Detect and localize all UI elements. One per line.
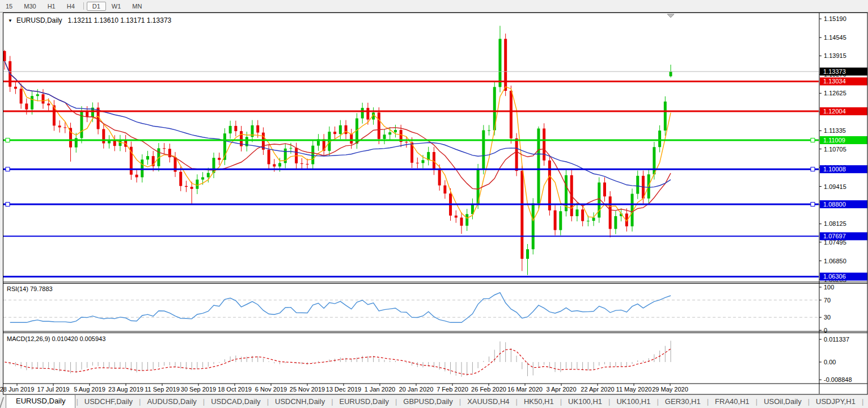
chart-tab-eurusd-daily[interactable]: EURUSD,Daily bbox=[6, 395, 75, 408]
timeframe-button-w1[interactable]: W1 bbox=[106, 2, 127, 11]
candle-body bbox=[488, 131, 490, 131]
timeframe-toolbar: 15M30H1H4D1W1MN bbox=[0, 0, 868, 12]
candle-body bbox=[592, 217, 595, 221]
date-tick-label: 28 Jun 2019 bbox=[0, 386, 34, 393]
candle-body bbox=[614, 216, 617, 229]
timeframe-button-mn[interactable]: MN bbox=[126, 2, 147, 11]
candle-body bbox=[229, 126, 232, 133]
timeframe-button-d1[interactable]: D1 bbox=[87, 2, 106, 11]
candle-body bbox=[25, 104, 28, 110]
candle-body bbox=[3, 51, 6, 61]
chart-tab-dj30-h1[interactable]: DJ30,H1 bbox=[864, 396, 868, 408]
date-tick-label: 6 Nov 2019 bbox=[255, 386, 287, 393]
candle-body bbox=[311, 146, 314, 165]
candle-body bbox=[31, 96, 33, 110]
candle-body bbox=[664, 102, 667, 131]
candle-body bbox=[218, 158, 221, 160]
date-tick-label: 7 Feb 2020 bbox=[437, 386, 468, 393]
candle-body bbox=[482, 131, 485, 170]
chart-tab-uk100-h1[interactable]: UK100,H1 bbox=[611, 396, 656, 408]
chart-tab-usoil-daily[interactable]: USOil,Daily bbox=[758, 396, 807, 408]
price-level-tag-text: 1.10008 bbox=[823, 166, 846, 173]
candle-body bbox=[339, 125, 342, 134]
candle-body bbox=[136, 175, 138, 178]
candle-body bbox=[636, 176, 639, 194]
candle-body bbox=[498, 39, 501, 87]
candle-body bbox=[207, 173, 210, 178]
price-level-tag: 1.13034 bbox=[820, 77, 867, 85]
chart-tab-fra40-h1[interactable]: FRA40,H1 bbox=[709, 396, 755, 408]
chart-tab-usdcad-daily[interactable]: USDCAD,Daily bbox=[205, 396, 266, 408]
candle-body bbox=[460, 217, 463, 225]
price-level-tag: 1.12004 bbox=[820, 107, 867, 115]
toolbar-separator bbox=[83, 2, 84, 10]
price-level-tag: 1.11009 bbox=[820, 136, 867, 144]
candle-body bbox=[345, 125, 348, 134]
candle-body bbox=[658, 131, 661, 147]
timeframe-button-15[interactable]: 15 bbox=[0, 2, 18, 11]
candle-body bbox=[515, 138, 518, 171]
candle-body bbox=[422, 160, 425, 163]
candle-body bbox=[86, 111, 88, 117]
candle-body bbox=[405, 142, 408, 142]
candle-body bbox=[268, 150, 270, 165]
date-tick-label: 18 Oct 2019 bbox=[218, 386, 252, 393]
line-handle-right[interactable] bbox=[811, 138, 815, 142]
chart-tab-gbpusd-daily[interactable]: GBPUSD,Daily bbox=[397, 396, 458, 408]
candle-body bbox=[201, 177, 204, 179]
price-tick-label: 1.13915 bbox=[824, 52, 846, 59]
chart-tab-eurusd-daily[interactable]: EURUSD,Daily bbox=[334, 396, 395, 408]
chart-tab-usdjpy-h1[interactable]: USDJPY,H1 bbox=[810, 396, 861, 408]
candle-body bbox=[20, 89, 23, 103]
line-handle-right[interactable] bbox=[811, 167, 815, 171]
candle-body bbox=[575, 209, 578, 216]
chart-tab-bar: EURUSD,Daily|USDCHF,Daily|AUDUSD,Daily|U… bbox=[0, 395, 868, 408]
candle-body bbox=[383, 134, 386, 139]
price-level-tag-text: 1.08800 bbox=[823, 201, 846, 208]
price-level-tag-text: 1.13034 bbox=[823, 78, 846, 85]
date-tick-label: 1 Jan 2020 bbox=[365, 386, 395, 393]
candle-body bbox=[581, 209, 584, 221]
chart-tab-ger30-h1[interactable]: GER30,H1 bbox=[659, 396, 706, 408]
candle-body bbox=[273, 164, 276, 166]
price-axis[interactable]: 1.151901.145451.139151.132701.126251.119… bbox=[819, 15, 846, 283]
timeframe-button-h1[interactable]: H1 bbox=[42, 2, 61, 11]
candle-body bbox=[102, 129, 105, 144]
date-tick-label: 13 Dec 2019 bbox=[326, 386, 361, 393]
date-tick-label: 16 Mar 2020 bbox=[507, 386, 543, 393]
line-handle-left[interactable] bbox=[6, 202, 10, 206]
candle-body bbox=[670, 71, 672, 76]
chart-tab-uk100-h1[interactable]: UK100,H1 bbox=[562, 396, 608, 408]
timeframe-button-m30[interactable]: M30 bbox=[18, 2, 41, 11]
timeframe-button-h4[interactable]: H4 bbox=[61, 2, 81, 11]
price-level-tag-text: 1.12004 bbox=[823, 108, 846, 115]
candle-body bbox=[14, 87, 17, 89]
candle-body bbox=[438, 170, 441, 186]
candle-body bbox=[146, 156, 149, 159]
candle-body bbox=[190, 187, 193, 189]
chart-tab-usdchf-daily[interactable]: USDCHF,Daily bbox=[79, 396, 138, 408]
candle-body bbox=[36, 94, 39, 96]
chart-tab-xauusd-h4[interactable]: XAUUSD,H4 bbox=[461, 396, 515, 408]
chart-tab-hk50-h1[interactable]: HK50,H1 bbox=[518, 396, 560, 408]
chart-tab-usdcnh-daily[interactable]: USDCNH,Daily bbox=[269, 396, 331, 408]
rsi-tick-label: 70 bbox=[824, 297, 831, 304]
price-tick-label: 1.11335 bbox=[824, 127, 846, 134]
candle-body bbox=[179, 172, 182, 186]
candle-body bbox=[300, 163, 303, 164]
line-handle-left[interactable] bbox=[6, 138, 10, 142]
candle-body bbox=[510, 91, 513, 138]
date-tick-label: 11 Sep 2019 bbox=[145, 386, 180, 393]
chart-dropdown-icon[interactable]: ▼ bbox=[8, 18, 12, 23]
candle-body bbox=[526, 249, 529, 259]
candle-body bbox=[465, 214, 468, 225]
price-tick-label: 1.12625 bbox=[824, 90, 846, 96]
line-handle-right[interactable] bbox=[811, 202, 815, 206]
candle-body bbox=[609, 196, 612, 229]
price-level-tag: 1.07697 bbox=[820, 232, 867, 240]
rsi-indicator-label: RSI(14) 79.7883 bbox=[7, 285, 53, 292]
date-tick-label: 30 Sep 2019 bbox=[181, 386, 216, 393]
line-handle-left[interactable] bbox=[6, 167, 10, 171]
price-chart: 1.151901.145451.139151.132701.126251.119… bbox=[0, 0, 868, 408]
chart-tab-audusd-daily[interactable]: AUDUSD,Daily bbox=[141, 396, 202, 408]
